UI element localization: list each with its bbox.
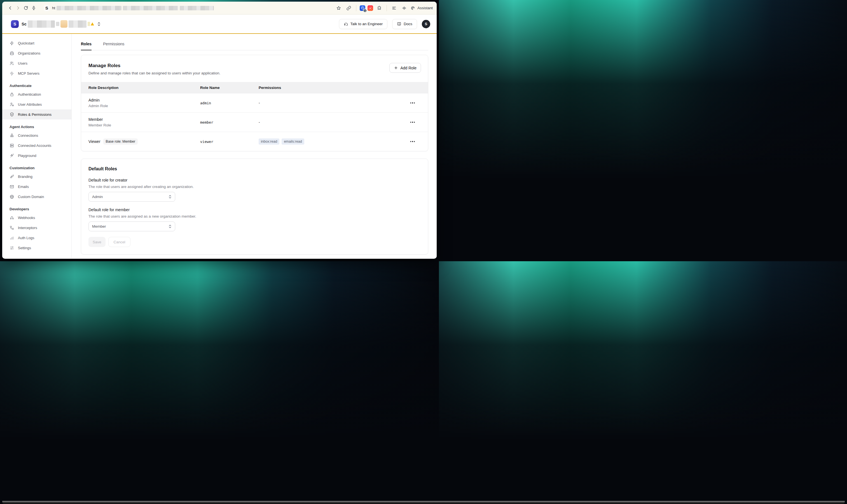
role-name-code: viewer bbox=[200, 140, 259, 144]
clock-dots-icon bbox=[367, 5, 373, 11]
role-display-name: Viewer bbox=[88, 139, 101, 144]
sidebar: Quickstart Organizations Users MCP Serve… bbox=[2, 34, 72, 258]
permission-badge: inbox:read bbox=[259, 139, 279, 145]
cancel-button[interactable]: Cancel bbox=[108, 237, 131, 247]
org-switcher[interactable]: Sc bbox=[21, 20, 101, 28]
manage-roles-card: Manage Roles Define and manage roles tha… bbox=[81, 55, 428, 151]
permissions-empty: - bbox=[259, 101, 397, 105]
table-row-admin: Admin Admin Role admin - bbox=[81, 93, 428, 112]
redacted-url bbox=[180, 6, 214, 10]
sidebar-section-developers: Developers bbox=[2, 202, 71, 213]
default-roles-title: Default Roles bbox=[88, 166, 421, 172]
redacted-org-name bbox=[56, 22, 59, 26]
default-roles-actions: Save Cancel bbox=[88, 237, 421, 247]
role-name-code: admin bbox=[200, 101, 259, 105]
role-display-name: Admin bbox=[88, 98, 200, 102]
sidebar-item-authentication[interactable]: Authentication bbox=[2, 89, 71, 99]
forward-button[interactable] bbox=[14, 4, 22, 12]
url-text: ht bbox=[52, 6, 55, 10]
member-role-description: The role that users are assigned as a ne… bbox=[88, 214, 421, 218]
mcp-icon bbox=[10, 71, 14, 76]
manage-roles-header: Manage Roles Define and manage roles tha… bbox=[81, 55, 428, 82]
plus-icon bbox=[394, 66, 398, 70]
tab-bar: Roles Permissions bbox=[81, 42, 428, 50]
extensions-button[interactable] bbox=[375, 4, 383, 12]
headphones-icon bbox=[344, 22, 348, 26]
browser-window: S ht 1 bbox=[2, 2, 437, 259]
creator-role-value: Admin bbox=[92, 195, 103, 199]
users-icon bbox=[10, 61, 14, 66]
webhook-icon bbox=[10, 215, 14, 220]
role-name-code: member bbox=[200, 120, 259, 124]
reader-mode-button[interactable] bbox=[390, 4, 398, 12]
sidebar-item-playground[interactable]: Playground bbox=[2, 150, 71, 161]
red-extension-button[interactable] bbox=[367, 5, 373, 11]
read-aloud-button[interactable] bbox=[400, 4, 408, 12]
member-role-label: Default role for member bbox=[88, 208, 421, 212]
bar-chart-icon bbox=[10, 235, 14, 240]
password-extension-button[interactable]: 1 bbox=[360, 5, 365, 11]
sidebar-item-organizations[interactable]: Organizations bbox=[2, 48, 71, 58]
bookmark-button[interactable] bbox=[335, 4, 343, 12]
tab-roles[interactable]: Roles bbox=[81, 42, 91, 50]
back-button[interactable] bbox=[6, 4, 14, 12]
star-icon bbox=[336, 5, 341, 11]
creator-role-select[interactable]: Admin bbox=[88, 192, 175, 202]
user-avatar[interactable]: S bbox=[422, 20, 430, 28]
main-content: Roles Permissions Manage Roles Define an… bbox=[72, 34, 437, 258]
redacted-warning-area bbox=[88, 22, 90, 26]
copy-link-button[interactable] bbox=[345, 4, 353, 12]
sidebar-item-emails[interactable]: Emails bbox=[2, 181, 71, 192]
sidebar-item-auth-logs[interactable]: Auth Logs bbox=[2, 233, 71, 243]
zap-icon bbox=[10, 41, 14, 46]
book-icon bbox=[397, 22, 401, 26]
row-actions-button[interactable] bbox=[409, 139, 417, 144]
tab-permissions[interactable]: Permissions bbox=[103, 42, 124, 50]
assistant-button[interactable]: Assistant bbox=[410, 5, 433, 11]
sidebar-item-settings[interactable]: Settings bbox=[2, 243, 71, 253]
member-role-select[interactable]: Member bbox=[88, 221, 175, 231]
role-description: Admin Role bbox=[88, 104, 200, 108]
permission-badge: emails:read bbox=[281, 139, 304, 145]
roles-table-header: Role Description Role Name Permissions bbox=[81, 82, 428, 93]
sparkles-icon bbox=[10, 153, 14, 158]
row-actions-button[interactable] bbox=[409, 120, 417, 124]
permissions-empty: - bbox=[259, 120, 397, 124]
puzzle-icon bbox=[377, 5, 382, 11]
talk-to-engineer-button[interactable]: Talk to an Engineer bbox=[339, 19, 388, 29]
microphone-button[interactable] bbox=[30, 4, 37, 12]
sidebar-item-branding[interactable]: Branding bbox=[2, 172, 71, 181]
sidebar-item-mcp-servers[interactable]: MCP Servers bbox=[2, 68, 71, 78]
sidebar-item-roles-permissions[interactable]: Roles & Permissions bbox=[2, 109, 71, 120]
row-actions-button[interactable] bbox=[409, 101, 417, 105]
creator-role-label: Default role for creator bbox=[88, 178, 421, 182]
sidebar-section-agent-actions: Agent Actions bbox=[2, 120, 71, 130]
redacted-org-name bbox=[69, 20, 86, 28]
redacted-url bbox=[56, 6, 121, 10]
sidebar-item-connected-accounts[interactable]: Connected Accounts bbox=[2, 140, 71, 150]
role-display-name: Member bbox=[88, 117, 200, 122]
table-row-member: Member Member Role member - bbox=[81, 112, 428, 132]
app-logo: S bbox=[11, 20, 19, 28]
reload-button[interactable] bbox=[22, 4, 30, 12]
add-role-button[interactable]: Add Role bbox=[390, 63, 421, 73]
sidebar-item-quickstart[interactable]: Quickstart bbox=[2, 38, 71, 48]
site-favicon: S bbox=[44, 5, 50, 11]
waveform-icon bbox=[402, 5, 407, 11]
sidebar-item-custom-domain[interactable]: Custom Domain bbox=[2, 192, 71, 202]
interceptor-icon bbox=[10, 226, 14, 230]
url-bar[interactable]: ht bbox=[52, 6, 214, 10]
sidebar-item-interceptors[interactable]: Interceptors bbox=[2, 223, 71, 233]
permissions-list: inbox:read emails:read bbox=[259, 139, 397, 145]
sidebar-item-connections[interactable]: Connections bbox=[2, 130, 71, 140]
sidebar-item-webhooks[interactable]: Webhooks bbox=[2, 213, 71, 223]
assistant-ear-icon bbox=[410, 5, 415, 11]
sidebar-item-user-attributes[interactable]: User Attributes bbox=[2, 99, 71, 109]
back-icon bbox=[8, 5, 13, 10]
mail-icon bbox=[10, 184, 14, 189]
save-button[interactable]: Save bbox=[88, 237, 105, 247]
toolbar-divider bbox=[386, 5, 387, 11]
sidebar-item-users[interactable]: Users bbox=[2, 58, 71, 68]
cubes-icon bbox=[10, 133, 14, 138]
docs-button[interactable]: Docs bbox=[392, 19, 417, 29]
